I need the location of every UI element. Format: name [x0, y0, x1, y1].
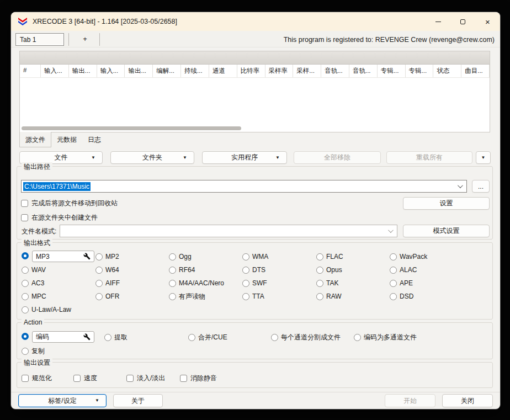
column-header[interactable]: 专辑...: [406, 65, 434, 77]
radio-split-per-channel[interactable]: 每个通道分割成文件: [271, 333, 341, 342]
output-path-combobox[interactable]: C:\Users\17371\Music: [21, 180, 467, 193]
tags-settings-dropdown-button[interactable]: 标签/设定 ▼: [18, 394, 107, 407]
radio-merge-cue[interactable]: 合并/CUE: [188, 333, 227, 342]
pattern-settings-button[interactable]: 模式设置: [403, 225, 490, 237]
column-header[interactable]: 采样率: [265, 65, 294, 77]
radio-mp2[interactable]: MP2: [95, 252, 119, 261]
radio-extract[interactable]: 提取: [104, 333, 128, 342]
radio-icon: [390, 280, 397, 287]
more-options-dropdown-button[interactable]: ▼: [476, 151, 491, 164]
minimize-button[interactable]: [426, 12, 450, 31]
radio-icon: [95, 293, 103, 300]
radio-icon: [104, 334, 111, 341]
chevron-down-icon[interactable]: [458, 183, 463, 188]
folder-dropdown-button[interactable]: 文件夹 ▼: [110, 151, 194, 164]
radio-ogg[interactable]: Ogg: [169, 252, 192, 261]
column-header[interactable]: 采样...: [293, 65, 321, 77]
mp3-format-box[interactable]: MP3: [32, 251, 94, 262]
radio-rf64[interactable]: RF64: [169, 265, 195, 274]
scrollbar-thumb[interactable]: [22, 126, 241, 130]
radio-dts[interactable]: DTS: [242, 265, 265, 274]
chevron-down-icon: ▼: [275, 156, 280, 160]
radio-wma[interactable]: WMA: [242, 252, 268, 261]
wrench-icon[interactable]: [83, 333, 91, 341]
normalize-checkbox[interactable]: 规范化: [22, 374, 52, 383]
radio-tak[interactable]: TAK: [316, 279, 338, 288]
radio-encode-multichannel[interactable]: 编码为多通道文件: [354, 333, 417, 342]
radio-ofr[interactable]: OFR: [95, 292, 119, 301]
radio-dsd[interactable]: DSD: [390, 292, 413, 301]
table-body-empty[interactable]: [20, 78, 490, 124]
move-to-recycle-label: 完成后将源文件移动到回收站: [31, 199, 118, 208]
radio-label: 复制: [31, 347, 45, 356]
radio-label: DSD: [400, 293, 413, 300]
move-to-recycle-checkbox[interactable]: 完成后将源文件移动到回收站: [21, 199, 118, 208]
settings-button[interactable]: 设置: [403, 197, 490, 210]
silence-removal-checkbox[interactable]: 消除静音: [180, 374, 217, 383]
radio-label: OFR: [105, 293, 119, 300]
radio-opus[interactable]: Opus: [316, 265, 342, 274]
column-header[interactable]: 音轨...: [321, 65, 349, 77]
add-tab-button[interactable]: +: [73, 33, 97, 46]
radio-wav[interactable]: WAV: [22, 265, 46, 274]
column-header[interactable]: 比特率: [237, 65, 265, 77]
wrench-icon[interactable]: [83, 253, 91, 260]
radio-copy[interactable]: 复制: [22, 347, 45, 355]
chevron-down-icon[interactable]: [388, 227, 394, 233]
tab-metadata[interactable]: 元数据: [51, 132, 82, 147]
radio-mpc[interactable]: MPC: [22, 292, 46, 301]
file-list-table[interactable]: # 输入... 输出... 输入... 输出... 编解... 持续... 通道…: [19, 51, 490, 132]
column-header[interactable]: 输出...: [69, 65, 97, 77]
output-path-value[interactable]: C:\Users\17371\Music: [23, 182, 91, 191]
radio-label: TTA: [252, 293, 264, 300]
horizontal-scrollbar[interactable]: [21, 126, 488, 131]
radio-tta[interactable]: TTA: [242, 292, 264, 301]
column-header[interactable]: #: [20, 65, 41, 77]
tab-log[interactable]: 日志: [82, 132, 107, 147]
radio-aiff[interactable]: AIFF: [95, 279, 120, 288]
encode-action-box[interactable]: 编码: [32, 331, 94, 343]
radio-flac[interactable]: FLAC: [316, 252, 343, 261]
window-controls: ×: [426, 12, 500, 31]
radio-ulaw-alaw[interactable]: U-Law/A-Law: [22, 305, 71, 314]
checkbox-label: 速度: [84, 374, 97, 383]
title-bar[interactable]: XRECODE 3 [64-bit] - 1.164 [2025-03-05/2…: [11, 12, 500, 31]
column-header[interactable]: 专辑...: [378, 65, 406, 77]
tab-1[interactable]: Tab 1: [15, 33, 64, 46]
radio-swf[interactable]: SWF: [242, 279, 267, 288]
radio-ape[interactable]: APE: [390, 279, 413, 288]
browse-button[interactable]: ...: [472, 180, 490, 193]
tab-source-files[interactable]: 源文件: [19, 132, 51, 147]
radio-label: 有声读物: [179, 292, 205, 301]
close-dialog-button[interactable]: 关闭: [442, 394, 493, 407]
radio-ac3[interactable]: AC3: [22, 279, 44, 288]
column-header[interactable]: 音轨...: [349, 65, 378, 77]
radio-w64[interactable]: W64: [95, 265, 119, 274]
radio-wavpack[interactable]: WavPack: [390, 252, 427, 261]
column-header[interactable]: 输出...: [125, 65, 153, 77]
column-header[interactable]: 输入...: [41, 65, 69, 77]
create-in-source-checkbox[interactable]: 在源文件夹中创建文件: [21, 213, 98, 222]
fade-checkbox[interactable]: 淡入/淡出: [126, 374, 165, 383]
speed-checkbox[interactable]: 速度: [73, 374, 97, 383]
column-header[interactable]: 持续...: [181, 65, 209, 77]
column-header[interactable]: 通道: [209, 65, 237, 77]
radio-alac[interactable]: ALAC: [390, 265, 417, 274]
radio-m4a-aac-nero[interactable]: M4A/AAC/Nero: [169, 279, 224, 288]
output-path-group: 输出路径 C:\Users\17371\Music ... 完成后将源文件移动到…: [17, 166, 493, 240]
column-header[interactable]: 编解...: [153, 65, 181, 77]
about-button[interactable]: 关于: [113, 394, 163, 407]
radio-raw[interactable]: RAW: [316, 292, 342, 301]
column-header[interactable]: 曲目...: [461, 65, 490, 77]
radio-mp3[interactable]: [22, 252, 29, 259]
action-group: Action 编码 提取 合并/CUE 每个通道分割成文件 编码为多通道文件 复…: [17, 322, 493, 359]
filename-pattern-combobox[interactable]: [60, 225, 397, 237]
radio-encode[interactable]: [22, 333, 29, 340]
column-header[interactable]: 状态: [433, 65, 461, 77]
radio-audiobook[interactable]: 有声读物: [169, 292, 205, 301]
close-button[interactable]: ×: [475, 12, 500, 31]
column-header[interactable]: 输入...: [97, 65, 125, 77]
radio-icon: [22, 267, 29, 274]
maximize-button[interactable]: [450, 12, 475, 31]
utilities-dropdown-button[interactable]: 实用程序 ▼: [202, 151, 287, 164]
